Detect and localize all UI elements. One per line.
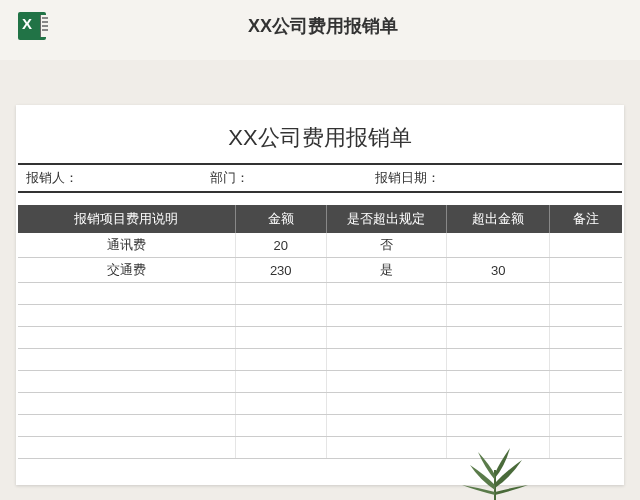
cell-note bbox=[550, 371, 623, 393]
cell-amount: 20 bbox=[235, 233, 326, 258]
app-header: XX公司费用报销单 bbox=[0, 0, 640, 60]
cell-note bbox=[550, 258, 623, 283]
sheet-title: XX公司费用报销单 bbox=[18, 123, 622, 163]
table-row bbox=[18, 283, 622, 305]
col-header-over-amount: 超出金额 bbox=[447, 205, 550, 233]
cell-over bbox=[326, 349, 447, 371]
cell-over_amount bbox=[447, 327, 550, 349]
cell-desc bbox=[18, 327, 235, 349]
cell-amount bbox=[235, 393, 326, 415]
cell-desc: 交通费 bbox=[18, 258, 235, 283]
col-header-note: 备注 bbox=[550, 205, 623, 233]
table-row bbox=[18, 305, 622, 327]
cell-amount bbox=[235, 283, 326, 305]
cell-over_amount bbox=[447, 371, 550, 393]
cell-amount: 230 bbox=[235, 258, 326, 283]
cell-over bbox=[326, 415, 447, 437]
table-row bbox=[18, 349, 622, 371]
cell-over: 是 bbox=[326, 258, 447, 283]
cell-amount bbox=[235, 371, 326, 393]
meta-dept-label: 部门： bbox=[210, 169, 375, 187]
cell-over bbox=[326, 327, 447, 349]
cell-desc: 通讯费 bbox=[18, 233, 235, 258]
cell-over: 否 bbox=[326, 233, 447, 258]
cell-over bbox=[326, 283, 447, 305]
cell-amount bbox=[235, 327, 326, 349]
cell-note bbox=[550, 349, 623, 371]
meta-person-label: 报销人： bbox=[26, 169, 210, 187]
cell-note bbox=[550, 305, 623, 327]
cell-note bbox=[550, 393, 623, 415]
spreadsheet-preview: XX公司费用报销单 报销人： 部门： 报销日期： 报销项目费用说明 金额 是否超… bbox=[16, 105, 624, 485]
table-header-row: 报销项目费用说明 金额 是否超出规定 超出金额 备注 bbox=[18, 205, 622, 233]
expense-table: 报销项目费用说明 金额 是否超出规定 超出金额 备注 通讯费20否交通费230是… bbox=[18, 205, 622, 459]
cell-amount bbox=[235, 415, 326, 437]
cell-note bbox=[550, 437, 623, 459]
cell-over_amount bbox=[447, 283, 550, 305]
cell-desc bbox=[18, 305, 235, 327]
cell-desc bbox=[18, 371, 235, 393]
table-row bbox=[18, 437, 622, 459]
cell-over_amount bbox=[447, 437, 550, 459]
cell-note bbox=[550, 415, 623, 437]
cell-over_amount bbox=[447, 349, 550, 371]
cell-over bbox=[326, 305, 447, 327]
cell-desc bbox=[18, 393, 235, 415]
cell-over bbox=[326, 437, 447, 459]
cell-over_amount bbox=[447, 393, 550, 415]
table-row bbox=[18, 415, 622, 437]
cell-over_amount: 30 bbox=[447, 258, 550, 283]
cell-amount bbox=[235, 305, 326, 327]
cell-desc bbox=[18, 415, 235, 437]
excel-icon bbox=[18, 12, 46, 40]
table-row bbox=[18, 327, 622, 349]
table-row: 通讯费20否 bbox=[18, 233, 622, 258]
cell-note bbox=[550, 233, 623, 258]
cell-desc bbox=[18, 437, 235, 459]
cell-note bbox=[550, 327, 623, 349]
cell-over bbox=[326, 371, 447, 393]
cell-over_amount bbox=[447, 233, 550, 258]
page-title: XX公司费用报销单 bbox=[64, 14, 582, 38]
col-header-amount: 金额 bbox=[235, 205, 326, 233]
cell-amount bbox=[235, 437, 326, 459]
cell-over bbox=[326, 393, 447, 415]
cell-desc bbox=[18, 283, 235, 305]
meta-date-label: 报销日期： bbox=[375, 169, 614, 187]
col-header-desc: 报销项目费用说明 bbox=[18, 205, 235, 233]
table-row: 交通费230是30 bbox=[18, 258, 622, 283]
col-header-over: 是否超出规定 bbox=[326, 205, 447, 233]
cell-desc bbox=[18, 349, 235, 371]
cell-note bbox=[550, 283, 623, 305]
cell-amount bbox=[235, 349, 326, 371]
cell-over_amount bbox=[447, 305, 550, 327]
meta-row: 报销人： 部门： 报销日期： bbox=[18, 163, 622, 193]
cell-over_amount bbox=[447, 415, 550, 437]
table-row bbox=[18, 393, 622, 415]
table-row bbox=[18, 371, 622, 393]
